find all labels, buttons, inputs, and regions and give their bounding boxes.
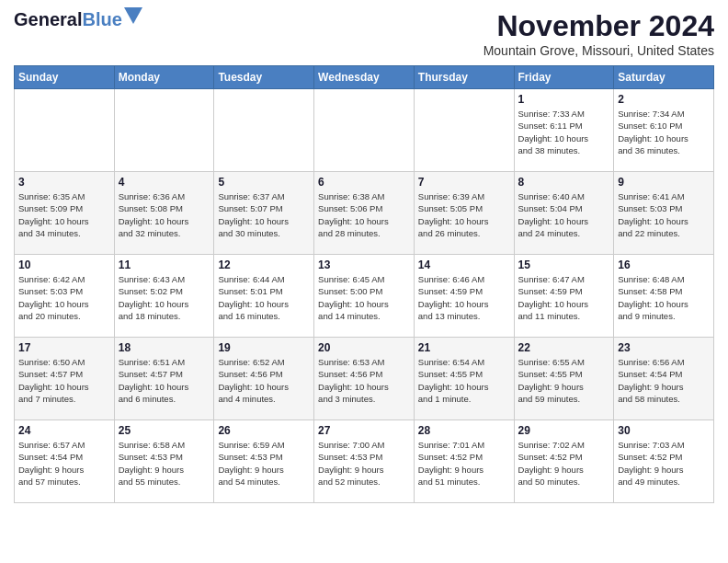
calendar-week-1: 1Sunrise: 7:33 AMSunset: 6:11 PMDaylight… <box>15 89 714 172</box>
header-friday: Friday <box>514 66 614 89</box>
day-number: 8 <box>518 176 610 189</box>
day-info: Sunrise: 6:54 AMSunset: 4:55 PMDaylight:… <box>418 356 510 405</box>
day-number: 28 <box>418 424 510 437</box>
day-info: Sunrise: 6:37 AMSunset: 5:07 PMDaylight:… <box>218 190 310 239</box>
calendar-cell <box>15 89 115 172</box>
calendar-cell: 21Sunrise: 6:54 AMSunset: 4:55 PMDayligh… <box>414 338 514 420</box>
day-info: Sunrise: 6:48 AMSunset: 4:58 PMDaylight:… <box>618 273 710 322</box>
title-area: November 2024 Mountain Grove, Missouri, … <box>483 9 714 58</box>
day-info: Sunrise: 6:59 AMSunset: 4:53 PMDaylight:… <box>218 439 310 488</box>
day-info: Sunrise: 6:53 AMSunset: 4:56 PMDaylight:… <box>318 356 410 405</box>
calendar-cell <box>114 89 214 172</box>
calendar-cell: 23Sunrise: 6:56 AMSunset: 4:54 PMDayligh… <box>614 338 714 420</box>
calendar-cell <box>414 89 514 172</box>
calendar-cell: 1Sunrise: 7:33 AMSunset: 6:11 PMDaylight… <box>514 89 614 172</box>
day-info: Sunrise: 6:39 AMSunset: 5:05 PMDaylight:… <box>418 190 510 239</box>
day-number: 1 <box>518 93 610 106</box>
calendar-cell: 18Sunrise: 6:51 AMSunset: 4:57 PMDayligh… <box>114 338 214 420</box>
day-info: Sunrise: 6:46 AMSunset: 4:59 PMDaylight:… <box>418 273 510 322</box>
logo-text: GeneralBlue <box>14 9 122 30</box>
day-info: Sunrise: 7:34 AMSunset: 6:10 PMDaylight:… <box>618 108 710 156</box>
day-info: Sunrise: 6:40 AMSunset: 5:04 PMDaylight:… <box>518 190 610 239</box>
calendar-cell: 22Sunrise: 6:55 AMSunset: 4:55 PMDayligh… <box>514 338 614 420</box>
day-number: 9 <box>618 176 710 189</box>
day-info: Sunrise: 7:03 AMSunset: 4:52 PMDaylight:… <box>618 439 710 488</box>
day-number: 5 <box>218 176 310 189</box>
day-info: Sunrise: 6:51 AMSunset: 4:57 PMDaylight:… <box>119 356 210 405</box>
calendar-cell: 16Sunrise: 6:48 AMSunset: 4:58 PMDayligh… <box>614 255 714 338</box>
location: Mountain Grove, Missouri, United States <box>483 43 714 58</box>
day-number: 19 <box>218 341 310 354</box>
calendar-cell: 28Sunrise: 7:01 AMSunset: 4:52 PMDayligh… <box>414 420 514 503</box>
header-tuesday: Tuesday <box>214 66 314 89</box>
calendar-cell: 17Sunrise: 6:50 AMSunset: 4:57 PMDayligh… <box>15 338 115 420</box>
calendar-cell: 13Sunrise: 6:45 AMSunset: 5:00 PMDayligh… <box>314 255 415 338</box>
calendar-week-3: 10Sunrise: 6:42 AMSunset: 5:03 PMDayligh… <box>15 255 714 338</box>
calendar-cell: 7Sunrise: 6:39 AMSunset: 5:05 PMDaylight… <box>414 172 514 255</box>
calendar-cell: 8Sunrise: 6:40 AMSunset: 5:04 PMDaylight… <box>514 172 614 255</box>
header: GeneralBlue November 2024 Mountain Grove… <box>14 9 714 58</box>
calendar-table: SundayMondayTuesdayWednesdayThursdayFrid… <box>14 65 714 503</box>
header-saturday: Saturday <box>614 66 714 89</box>
header-thursday: Thursday <box>414 66 514 89</box>
header-wednesday: Wednesday <box>314 66 415 89</box>
logo: GeneralBlue <box>14 9 142 30</box>
day-number: 29 <box>518 424 610 437</box>
calendar-cell <box>314 89 415 172</box>
calendar-cell: 5Sunrise: 6:37 AMSunset: 5:07 PMDaylight… <box>214 172 314 255</box>
calendar-cell: 15Sunrise: 6:47 AMSunset: 4:59 PMDayligh… <box>514 255 614 338</box>
calendar-cell: 19Sunrise: 6:52 AMSunset: 4:56 PMDayligh… <box>214 338 314 420</box>
day-number: 17 <box>18 341 110 354</box>
day-number: 22 <box>518 341 610 354</box>
calendar-cell: 25Sunrise: 6:58 AMSunset: 4:53 PMDayligh… <box>114 420 214 503</box>
day-number: 13 <box>318 259 410 271</box>
calendar-cell <box>214 89 314 172</box>
calendar-cell: 6Sunrise: 6:38 AMSunset: 5:06 PMDaylight… <box>314 172 415 255</box>
calendar-cell: 24Sunrise: 6:57 AMSunset: 4:54 PMDayligh… <box>15 420 115 503</box>
day-number: 24 <box>18 424 110 437</box>
day-number: 15 <box>518 259 610 271</box>
calendar-cell: 10Sunrise: 6:42 AMSunset: 5:03 PMDayligh… <box>15 255 115 338</box>
calendar-cell: 12Sunrise: 6:44 AMSunset: 5:01 PMDayligh… <box>214 255 314 338</box>
month-title: November 2024 <box>483 9 714 43</box>
day-number: 12 <box>218 259 310 271</box>
header-sunday: Sunday <box>15 66 115 89</box>
day-number: 16 <box>618 259 710 271</box>
day-info: Sunrise: 6:58 AMSunset: 4:53 PMDaylight:… <box>119 439 210 488</box>
day-info: Sunrise: 6:42 AMSunset: 5:03 PMDaylight:… <box>18 273 110 322</box>
calendar-cell: 29Sunrise: 7:02 AMSunset: 4:52 PMDayligh… <box>514 420 614 503</box>
day-number: 26 <box>218 424 310 437</box>
day-info: Sunrise: 6:55 AMSunset: 4:55 PMDaylight:… <box>518 356 610 405</box>
day-info: Sunrise: 6:43 AMSunset: 5:02 PMDaylight:… <box>119 273 210 322</box>
calendar-cell: 20Sunrise: 6:53 AMSunset: 4:56 PMDayligh… <box>314 338 415 420</box>
logo-arrow-icon <box>124 7 142 24</box>
day-info: Sunrise: 7:33 AMSunset: 6:11 PMDaylight:… <box>518 108 610 156</box>
day-number: 23 <box>618 341 710 354</box>
header-monday: Monday <box>114 66 214 89</box>
day-number: 6 <box>318 176 410 189</box>
calendar-header-row: SundayMondayTuesdayWednesdayThursdayFrid… <box>15 66 714 89</box>
day-number: 21 <box>418 341 510 354</box>
day-info: Sunrise: 7:00 AMSunset: 4:53 PMDaylight:… <box>318 439 410 488</box>
day-number: 25 <box>119 424 210 437</box>
day-number: 14 <box>418 259 510 271</box>
calendar-cell: 27Sunrise: 7:00 AMSunset: 4:53 PMDayligh… <box>314 420 415 503</box>
calendar-cell: 26Sunrise: 6:59 AMSunset: 4:53 PMDayligh… <box>214 420 314 503</box>
day-info: Sunrise: 6:56 AMSunset: 4:54 PMDaylight:… <box>618 356 710 405</box>
day-number: 7 <box>418 176 510 189</box>
day-number: 4 <box>119 176 210 189</box>
calendar-cell: 9Sunrise: 6:41 AMSunset: 5:03 PMDaylight… <box>614 172 714 255</box>
calendar-week-2: 3Sunrise: 6:35 AMSunset: 5:09 PMDaylight… <box>15 172 714 255</box>
calendar-cell: 11Sunrise: 6:43 AMSunset: 5:02 PMDayligh… <box>114 255 214 338</box>
day-info: Sunrise: 6:44 AMSunset: 5:01 PMDaylight:… <box>218 273 310 322</box>
day-info: Sunrise: 6:38 AMSunset: 5:06 PMDaylight:… <box>318 190 410 239</box>
day-number: 18 <box>119 341 210 354</box>
day-info: Sunrise: 6:52 AMSunset: 4:56 PMDaylight:… <box>218 356 310 405</box>
svg-marker-0 <box>124 7 142 24</box>
day-info: Sunrise: 6:45 AMSunset: 5:00 PMDaylight:… <box>318 273 410 322</box>
day-number: 20 <box>318 341 410 354</box>
day-number: 3 <box>18 176 110 189</box>
day-info: Sunrise: 6:50 AMSunset: 4:57 PMDaylight:… <box>18 356 110 405</box>
day-number: 2 <box>618 93 710 106</box>
calendar-cell: 4Sunrise: 6:36 AMSunset: 5:08 PMDaylight… <box>114 172 214 255</box>
